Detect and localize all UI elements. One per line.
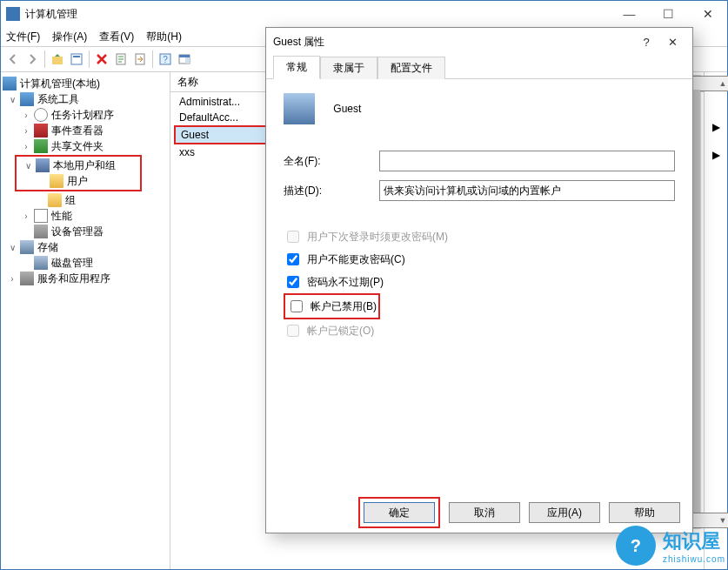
- svg-rect-8: [179, 55, 190, 57]
- panel-icon[interactable]: [176, 50, 193, 68]
- dialog-titlebar: Guest 属性 ? ✕: [266, 28, 692, 56]
- svg-rect-0: [52, 57, 63, 64]
- tree-users[interactable]: 用户: [67, 174, 88, 189]
- watermark-brand: 知识屋: [663, 528, 725, 554]
- svg-text:?: ?: [163, 55, 168, 64]
- tab-bar: 常规 隶属于 配置文件: [266, 56, 692, 79]
- description-input[interactable]: [379, 180, 675, 201]
- expand-icon[interactable]: ›: [8, 274, 17, 284]
- expand-icon[interactable]: ∨: [23, 161, 32, 171]
- apply-button[interactable]: 应用(A): [529, 502, 600, 523]
- system-tools-icon: [20, 92, 34, 106]
- check-never-expire[interactable]: 密码永不过期(P): [284, 271, 675, 293]
- tree-root[interactable]: 计算机管理(本地): [20, 77, 100, 91]
- user-name-label: Guest: [333, 103, 361, 115]
- properties-icon[interactable]: [68, 50, 85, 68]
- checkbox-must-change: [287, 231, 299, 243]
- svg-rect-2: [73, 56, 80, 57]
- folder-icon: [48, 193, 62, 207]
- ok-button[interactable]: 确定: [364, 502, 435, 523]
- event-icon: [34, 124, 48, 137]
- dialog-close-button[interactable]: ✕: [659, 30, 685, 54]
- expand-icon[interactable]: ∨: [8, 95, 17, 104]
- device-icon: [34, 225, 48, 238]
- export-icon[interactable]: [131, 50, 149, 68]
- menu-view[interactable]: 查看(V): [99, 30, 134, 44]
- menu-action[interactable]: 操作(A): [52, 30, 87, 44]
- refresh-icon[interactable]: [112, 50, 130, 68]
- tree-system-tools[interactable]: 系统工具: [37, 92, 79, 107]
- tree-device-manager[interactable]: 设备管理器: [51, 225, 104, 239]
- users-group-icon: [36, 158, 50, 172]
- menu-file[interactable]: 文件(F): [6, 30, 40, 44]
- help-icon[interactable]: ?: [157, 50, 174, 68]
- tree-shared-folders[interactable]: 共享文件夹: [51, 139, 104, 154]
- help-button[interactable]: ?: [633, 30, 659, 54]
- help-button-footer[interactable]: 帮助: [609, 502, 680, 523]
- close-button[interactable]: ✕: [688, 1, 727, 27]
- share-icon: [34, 139, 48, 153]
- delete-icon[interactable]: [93, 50, 110, 68]
- tree-groups[interactable]: 组: [65, 193, 76, 208]
- full-name-label: 全名(F):: [284, 154, 379, 169]
- back-button[interactable]: [4, 50, 22, 68]
- clock-icon: [34, 108, 48, 122]
- expand-icon[interactable]: ›: [22, 111, 30, 120]
- forward-button[interactable]: [23, 50, 41, 68]
- description-label: 描述(D):: [284, 184, 379, 198]
- tree-performance[interactable]: 性能: [51, 209, 72, 224]
- checkbox-never-expire[interactable]: [287, 276, 299, 288]
- svg-rect-9: [185, 57, 190, 64]
- folder-icon: [50, 174, 63, 188]
- arrow-right-icon[interactable]: ▶: [710, 149, 722, 161]
- full-name-input[interactable]: [379, 151, 675, 171]
- tree-event-viewer[interactable]: 事件查看器: [51, 124, 104, 138]
- expand-icon[interactable]: ∨: [8, 243, 17, 252]
- computer-mgmt-icon: [3, 77, 17, 91]
- tab-profile[interactable]: 配置文件: [377, 57, 445, 79]
- check-must-change: 用户下次登录时须更改密码(M): [284, 225, 675, 248]
- services-icon: [20, 272, 34, 285]
- app-icon: [6, 7, 20, 21]
- watermark-url: zhishiwu.com: [663, 554, 725, 564]
- check-cannot-change[interactable]: 用户不能更改密码(C): [284, 248, 675, 271]
- menu-help[interactable]: 帮助(H): [146, 30, 182, 44]
- up-icon[interactable]: [49, 50, 66, 68]
- properties-dialog: Guest 属性 ? ✕ 常规 隶属于 配置文件 Guest 全名(F): 描述…: [265, 27, 693, 533]
- dialog-title: Guest 属性: [273, 35, 633, 50]
- performance-icon: [34, 209, 48, 223]
- tree-task-scheduler[interactable]: 任务计划程序: [51, 108, 114, 123]
- cancel-button[interactable]: 取消: [449, 502, 520, 523]
- expand-icon[interactable]: ›: [22, 142, 30, 151]
- checkbox-account-locked: [287, 325, 299, 337]
- tab-general[interactable]: 常规: [273, 56, 320, 79]
- titlebar: 计算机管理 — ☐ ✕: [1, 1, 727, 27]
- watermark: ? 知识屋 zhishiwu.com: [616, 526, 725, 566]
- expand-icon[interactable]: ›: [22, 126, 30, 136]
- tree-local-users-groups[interactable]: 本地用户和组: [53, 158, 116, 173]
- main-window: 计算机管理 — ☐ ✕ 文件(F) 操作(A) 查看(V) 帮助(H) ? 计算…: [0, 0, 728, 570]
- arrow-right-icon[interactable]: ▶: [710, 121, 722, 133]
- svg-rect-1: [71, 54, 82, 64]
- window-title: 计算机管理: [25, 7, 610, 22]
- actions-pane: ▶ ▶: [704, 72, 727, 569]
- expand-icon[interactable]: ›: [22, 211, 30, 221]
- disk-icon: [34, 256, 48, 270]
- storage-icon: [20, 240, 34, 254]
- tree-storage[interactable]: 存储: [37, 240, 58, 255]
- tab-member-of[interactable]: 隶属于: [320, 57, 377, 79]
- user-large-icon: [284, 93, 315, 124]
- checkbox-cannot-change[interactable]: [287, 253, 299, 265]
- maximize-button[interactable]: ☐: [649, 1, 688, 27]
- tree-disk-management[interactable]: 磁盘管理: [51, 256, 93, 271]
- check-account-disabled[interactable]: 帐户已禁用(B): [287, 295, 377, 318]
- nav-tree[interactable]: 计算机管理(本地) ∨系统工具 ›任务计划程序 ›事件查看器 ›共享文件夹 ∨本…: [1, 72, 170, 569]
- column-name[interactable]: 名称: [177, 75, 198, 90]
- tree-services-apps[interactable]: 服务和应用程序: [37, 272, 110, 286]
- watermark-icon: ?: [616, 526, 656, 566]
- checkbox-account-disabled[interactable]: [291, 300, 303, 312]
- minimize-button[interactable]: —: [610, 1, 649, 27]
- check-account-locked: 帐户已锁定(O): [284, 319, 675, 342]
